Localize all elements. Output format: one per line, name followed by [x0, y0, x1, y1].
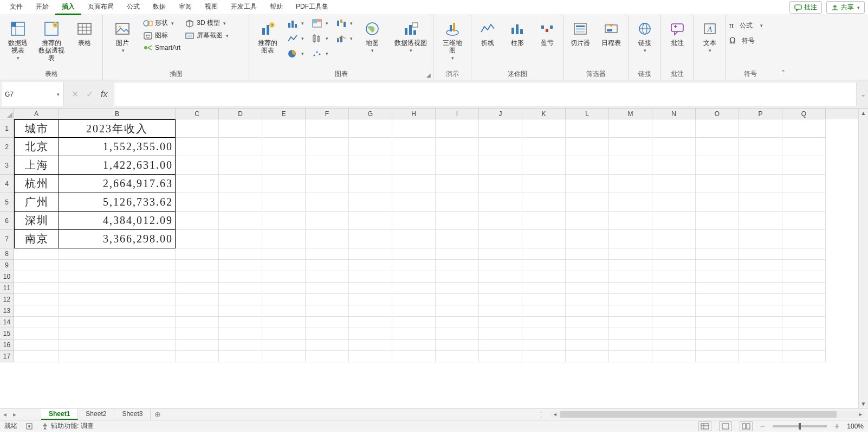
- sparkline-line-button[interactable]: 折线: [475, 17, 500, 49]
- cell-I17[interactable]: [436, 351, 479, 362]
- cell-O14[interactable]: [696, 317, 739, 328]
- cell-C15[interactable]: [176, 328, 219, 340]
- recommended-charts-button[interactable]: ? 推荐的 图表: [252, 17, 283, 56]
- name-box[interactable]: G7 ▾: [2, 82, 63, 106]
- cell-G9[interactable]: [349, 260, 392, 271]
- cell-K1[interactable]: [522, 119, 566, 138]
- cell-Q1[interactable]: [782, 119, 826, 138]
- cell-C17[interactable]: [176, 351, 219, 362]
- zoom-out-button[interactable]: −: [760, 421, 765, 431]
- cell-E9[interactable]: [262, 260, 306, 271]
- cell-N13[interactable]: [652, 305, 696, 317]
- cell-O17[interactable]: [696, 351, 739, 362]
- cell-Q11[interactable]: [782, 283, 826, 294]
- map-chart-button[interactable]: 地图▾: [357, 17, 387, 55]
- cell-D12[interactable]: [219, 294, 262, 305]
- cell-B4[interactable]: 2,664,917.63: [59, 175, 176, 193]
- cell-B8[interactable]: [59, 248, 176, 260]
- cell-I6[interactable]: [436, 212, 479, 230]
- cell-A2[interactable]: 北京: [14, 138, 59, 156]
- cell-F11[interactable]: [306, 283, 349, 294]
- cell-O2[interactable]: [696, 138, 739, 156]
- cell-G11[interactable]: [349, 283, 392, 294]
- cell-D1[interactable]: [219, 119, 262, 138]
- row-header-9[interactable]: 9: [0, 260, 14, 271]
- enter-formula-button[interactable]: ✓: [86, 89, 93, 99]
- cell-P12[interactable]: [739, 294, 782, 305]
- cell-K2[interactable]: [522, 138, 566, 156]
- cell-H7[interactable]: [392, 230, 436, 248]
- cell-N8[interactable]: [652, 248, 696, 260]
- link-button[interactable]: 链接▾: [632, 17, 657, 55]
- cell-A7[interactable]: 南京: [14, 230, 59, 248]
- share-button[interactable]: 共享 ▾: [826, 1, 865, 14]
- cell-F14[interactable]: [306, 317, 349, 328]
- cell-J4[interactable]: [479, 175, 522, 193]
- cell-E14[interactable]: [262, 317, 306, 328]
- cell-L3[interactable]: [566, 156, 609, 175]
- cell-P17[interactable]: [739, 351, 782, 362]
- cell-M7[interactable]: [609, 230, 652, 248]
- cell-G13[interactable]: [349, 305, 392, 317]
- row-header-14[interactable]: 14: [0, 317, 14, 328]
- col-header-E[interactable]: E: [262, 108, 306, 119]
- smartart-button[interactable]: SmartArt: [143, 43, 180, 52]
- row-header-12[interactable]: 12: [0, 294, 14, 305]
- cell-B14[interactable]: [59, 317, 176, 328]
- cell-E3[interactable]: [262, 156, 306, 175]
- cell-D13[interactable]: [219, 305, 262, 317]
- cell-E15[interactable]: [262, 328, 306, 340]
- col-header-G[interactable]: G: [349, 108, 392, 119]
- menu-tab-9[interactable]: 帮助: [263, 0, 289, 15]
- menu-tab-5[interactable]: 数据: [146, 0, 172, 15]
- cell-I14[interactable]: [436, 317, 479, 328]
- cell-F4[interactable]: [306, 175, 349, 193]
- cell-C12[interactable]: [176, 294, 219, 305]
- cell-Q13[interactable]: [782, 305, 826, 317]
- cell-H6[interactable]: [392, 212, 436, 230]
- cell-E11[interactable]: [262, 283, 306, 294]
- cell-K3[interactable]: [522, 156, 566, 175]
- menu-tab-4[interactable]: 公式: [120, 0, 146, 15]
- cell-I12[interactable]: [436, 294, 479, 305]
- cell-E1[interactable]: [262, 119, 306, 138]
- cell-P14[interactable]: [739, 317, 782, 328]
- cell-K5[interactable]: [522, 193, 566, 212]
- cell-N7[interactable]: [652, 230, 696, 248]
- cell-A1[interactable]: 城市: [14, 119, 59, 138]
- row-header-17[interactable]: 17: [0, 351, 14, 362]
- cell-K17[interactable]: [522, 351, 566, 362]
- cell-H1[interactable]: [392, 119, 436, 138]
- menu-tab-2[interactable]: 插入: [55, 0, 81, 15]
- menu-tab-10[interactable]: PDF工具集: [289, 0, 335, 15]
- cell-B2[interactable]: 1,552,355.00: [59, 138, 176, 156]
- cell-B11[interactable]: [59, 283, 176, 294]
- cell-J14[interactable]: [479, 317, 522, 328]
- recommended-pivot-button[interactable]: ? 推荐的 数据透视表: [37, 17, 66, 64]
- cell-M2[interactable]: [609, 138, 652, 156]
- cell-L4[interactable]: [566, 175, 609, 193]
- cell-B16[interactable]: [59, 340, 176, 351]
- cell-M11[interactable]: [609, 283, 652, 294]
- cell-H16[interactable]: [392, 340, 436, 351]
- dialog-launcher[interactable]: ◢: [426, 72, 431, 78]
- cell-M10[interactable]: [609, 271, 652, 283]
- sheet-tab-Sheet2[interactable]: Sheet2: [78, 409, 114, 420]
- cell-G15[interactable]: [349, 328, 392, 340]
- pie-chart-button[interactable]: ▾: [287, 49, 304, 59]
- row-header-10[interactable]: 10: [0, 271, 14, 283]
- cell-O6[interactable]: [696, 212, 739, 230]
- cell-Q5[interactable]: [782, 193, 826, 212]
- sparkline-winloss-button[interactable]: 盈亏: [534, 17, 560, 49]
- cell-E12[interactable]: [262, 294, 306, 305]
- cell-F15[interactable]: [306, 328, 349, 340]
- screenshot-button[interactable]: 屏幕截图▾: [185, 31, 229, 40]
- cell-M13[interactable]: [609, 305, 652, 317]
- cell-J10[interactable]: [479, 271, 522, 283]
- zoom-in-button[interactable]: +: [834, 421, 839, 431]
- cell-C4[interactable]: [176, 175, 219, 193]
- cell-P1[interactable]: [739, 119, 782, 138]
- cell-C11[interactable]: [176, 283, 219, 294]
- cell-P7[interactable]: [739, 230, 782, 248]
- menu-tab-8[interactable]: 开发工具: [224, 0, 263, 15]
